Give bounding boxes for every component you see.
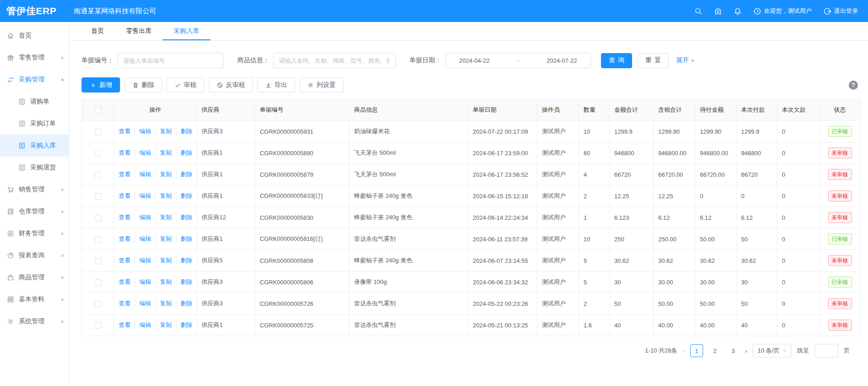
delete-link[interactable]: 删除 [176, 278, 192, 286]
order-no-input[interactable] [117, 53, 224, 68]
view-link[interactable]: 查看 [119, 170, 131, 179]
prev-page-button[interactable]: ‹ [682, 348, 684, 354]
date-range-picker[interactable]: 2024-04-22 ~ 2024-07-22 [445, 53, 591, 68]
view-link[interactable]: 查看 [119, 213, 131, 222]
copy-link[interactable]: 复制 [155, 213, 172, 222]
edit-link[interactable]: 编辑 [135, 149, 151, 157]
sidebar-item-purchase-inbound[interactable]: 采购入库 [0, 135, 69, 157]
product-info-input[interactable] [273, 53, 396, 68]
edit-link[interactable]: 编辑 [135, 127, 151, 136]
view-link[interactable]: 查看 [119, 256, 131, 265]
sidebar-item-reports[interactable]: 报表查询 ∨ [0, 245, 69, 266]
page-2-button[interactable]: 2 [709, 344, 721, 357]
sidebar-item-system[interactable]: 系统管理 ∨ [0, 310, 69, 332]
sidebar-item-finance[interactable]: 财务管理 ∨ [0, 223, 69, 245]
view-link[interactable]: 查看 [119, 321, 131, 329]
view-link[interactable]: 查看 [119, 149, 131, 157]
paid-cell: 0 [737, 185, 777, 207]
edit-link[interactable]: 编辑 [135, 213, 151, 222]
delete-link[interactable]: 删除 [176, 256, 192, 265]
delete-link[interactable]: 删除 [176, 149, 192, 157]
edit-link[interactable]: 编辑 [135, 256, 151, 265]
date-from[interactable]: 2024-04-22 [459, 57, 490, 64]
export-button[interactable]: 导出 [257, 77, 295, 92]
select-all-checkbox[interactable] [95, 107, 101, 114]
tab-purchase-inbound[interactable]: 采购入库 [163, 22, 210, 40]
view-link[interactable]: 查看 [119, 192, 131, 200]
copy-link[interactable]: 复制 [155, 192, 172, 200]
sidebar-item-purchase[interactable]: 采购管理 ∧ [0, 69, 69, 91]
copy-link[interactable]: 复制 [155, 278, 172, 286]
tab-retail-outbound[interactable]: 零售出库 [115, 22, 163, 40]
delete-link[interactable]: 删除 [176, 299, 192, 308]
copy-link[interactable]: 复制 [155, 299, 172, 308]
view-link[interactable]: 查看 [119, 299, 131, 308]
edit-link[interactable]: 编辑 [135, 170, 151, 179]
logout-button[interactable]: 退出登录 [824, 7, 858, 15]
delete-link[interactable]: 删除 [176, 192, 192, 200]
sidebar-item-goods[interactable]: 商品管理 ∨ [0, 266, 69, 288]
column-settings-button[interactable]: 列设置 [300, 77, 344, 92]
amount-cell: 50 [610, 293, 654, 315]
query-button[interactable]: 查询 [601, 53, 632, 68]
row-checkbox[interactable] [95, 258, 101, 264]
reset-button[interactable]: 重置 [638, 53, 669, 68]
sidebar-item-home[interactable]: 首页 [0, 25, 69, 47]
delete-link[interactable]: 删除 [176, 321, 192, 329]
welcome-user[interactable]: 欢迎您，测试用户 [753, 7, 812, 15]
date-to[interactable]: 2024-07-22 [546, 57, 577, 64]
row-checkbox[interactable] [95, 322, 101, 329]
sidebar-item-sales[interactable]: 销售管理 ∨ [0, 179, 69, 201]
jump-page-input[interactable] [814, 344, 838, 358]
delete-link[interactable]: 删除 [176, 127, 192, 136]
sidebar-item-warehouse[interactable]: 仓库管理 ∨ [0, 201, 69, 223]
page-size-select[interactable]: 10 条/页 ∨ [753, 344, 792, 358]
bank-icon[interactable] [714, 7, 722, 15]
unaudit-button[interactable]: 反审核 [209, 77, 253, 92]
sidebar-item-basic-data[interactable]: 基本资料 ∨ [0, 288, 69, 310]
row-checkbox[interactable] [95, 215, 101, 221]
page-1-button[interactable]: 1 [690, 344, 703, 357]
view-link[interactable]: 查看 [119, 235, 131, 243]
edit-link[interactable]: 编辑 [135, 278, 151, 286]
help-icon[interactable]: ? [849, 81, 858, 90]
status-badge: 未审核 [828, 169, 852, 180]
row-checkbox[interactable] [95, 150, 101, 157]
delete-button[interactable]: 删除 [125, 77, 162, 92]
view-link[interactable]: 查看 [119, 278, 131, 286]
bell-icon[interactable] [734, 7, 742, 15]
sidebar-item-purchase-order[interactable]: 采购订单 [0, 113, 69, 135]
expand-link[interactable]: 展开 ∨ [676, 56, 694, 65]
add-button[interactable]: ＋ 新增 [82, 77, 120, 92]
copy-link[interactable]: 复制 [155, 235, 172, 243]
copy-link[interactable]: 复制 [155, 256, 172, 265]
sidebar-item-purchase-return[interactable]: 采购退货 [0, 157, 69, 179]
copy-link[interactable]: 复制 [155, 149, 172, 157]
row-checkbox[interactable] [95, 236, 101, 243]
copy-link[interactable]: 复制 [155, 170, 172, 179]
next-page-button[interactable]: › [745, 348, 747, 354]
chevron-down-icon: ∨ [60, 297, 64, 302]
page-3-button[interactable]: 3 [727, 344, 740, 357]
edit-link[interactable]: 编辑 [135, 299, 151, 308]
sidebar-item-purchase-request[interactable]: 请购单 [0, 91, 69, 113]
row-checkbox[interactable] [95, 193, 101, 200]
download-icon [265, 82, 272, 88]
search-icon[interactable] [694, 7, 702, 15]
row-checkbox[interactable] [95, 129, 101, 135]
edit-link[interactable]: 编辑 [135, 321, 151, 329]
sidebar-item-retail[interactable]: 零售管理 ∨ [0, 47, 69, 69]
row-checkbox[interactable] [95, 172, 101, 178]
edit-link[interactable]: 编辑 [135, 235, 151, 243]
tab-home[interactable]: 首页 [80, 22, 115, 40]
copy-link[interactable]: 复制 [155, 321, 172, 329]
delete-link[interactable]: 删除 [176, 170, 192, 179]
audit-button[interactable]: 审核 [167, 77, 204, 92]
delete-link[interactable]: 删除 [176, 213, 192, 222]
view-link[interactable]: 查看 [119, 127, 131, 136]
copy-link[interactable]: 复制 [155, 127, 172, 136]
row-checkbox[interactable] [95, 279, 101, 286]
edit-link[interactable]: 编辑 [135, 192, 151, 200]
delete-link[interactable]: 删除 [176, 235, 192, 243]
row-checkbox[interactable] [95, 301, 101, 307]
